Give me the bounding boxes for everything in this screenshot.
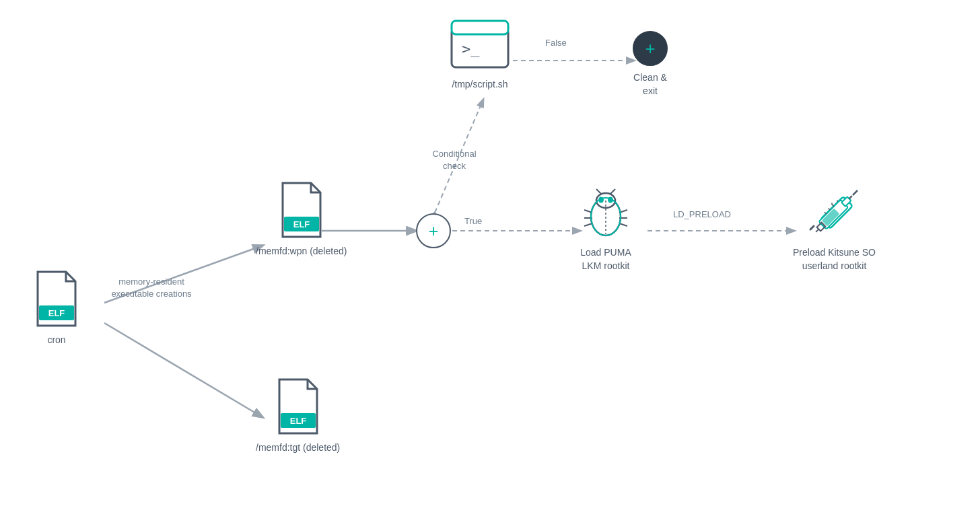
- script-icon: >_: [450, 19, 510, 73]
- decision-circle: +: [416, 213, 451, 248]
- cron-node: ELF cron: [32, 269, 81, 347]
- memfd-tgt-label: /memfd:tgt (deleted): [256, 441, 340, 455]
- svg-line-4: [104, 323, 262, 417]
- memfd-tgt-elf-icon: ELF: [274, 377, 322, 436]
- svg-line-24: [610, 189, 615, 194]
- cron-to-wpn-label: memory-resident executable creations: [104, 276, 199, 300]
- conditional-check-label: Conditional check: [421, 148, 488, 172]
- tmp-script-label: /tmp/script.sh: [452, 78, 508, 92]
- memfd-wpn-label: /memfd:wpn (deleted): [256, 245, 347, 258]
- svg-text:>_: >_: [462, 40, 480, 57]
- svg-line-44: [825, 212, 827, 214]
- cron-elf-icon: ELF: [32, 269, 81, 328]
- svg-text:ELF: ELF: [48, 308, 65, 318]
- tmp-script-node: >_ /tmp/script.sh: [450, 19, 510, 92]
- bug-icon: [579, 187, 633, 241]
- svg-line-40: [849, 196, 852, 198]
- svg-line-42: [816, 229, 819, 232]
- svg-text:ELF: ELF: [289, 416, 306, 426]
- svg-line-27: [584, 223, 592, 226]
- clean-exit-circle: +: [633, 31, 668, 66]
- memfd-wpn-node: ELF /memfd:wpn (deleted): [256, 180, 347, 258]
- load-puma-node: Load PUMALKM rootkit: [579, 187, 633, 273]
- memfd-tgt-node: ELF /memfd:tgt (deleted): [256, 377, 340, 455]
- true-label: True: [464, 215, 482, 227]
- svg-line-30: [619, 223, 627, 226]
- svg-line-46: [833, 205, 835, 207]
- svg-rect-17: [452, 21, 508, 34]
- ld-preload-label: LD_PRELOAD: [673, 209, 731, 221]
- svg-line-35: [810, 226, 814, 229]
- false-label: False: [545, 37, 567, 49]
- diagram: ELF cron memory-resident executable crea…: [0, 0, 980, 508]
- decision-node: +: [416, 213, 451, 248]
- clean-exit-node: + Clean &exit: [633, 31, 668, 98]
- memfd-wpn-elf-icon: ELF: [277, 180, 326, 240]
- load-puma-label: Load PUMALKM rootkit: [580, 246, 631, 273]
- syringe-icon: [807, 187, 861, 241]
- cron-label: cron: [47, 334, 65, 347]
- svg-line-33: [853, 190, 858, 195]
- svg-line-45: [829, 209, 831, 211]
- clean-exit-label: Clean &exit: [633, 71, 667, 98]
- svg-text:ELF: ELF: [293, 219, 310, 229]
- preload-kitsune-label: Preload Kitsune SOuserland rootkit: [793, 246, 876, 273]
- svg-line-23: [596, 189, 601, 194]
- preload-kitsune-node: Preload Kitsune SOuserland rootkit: [793, 187, 876, 273]
